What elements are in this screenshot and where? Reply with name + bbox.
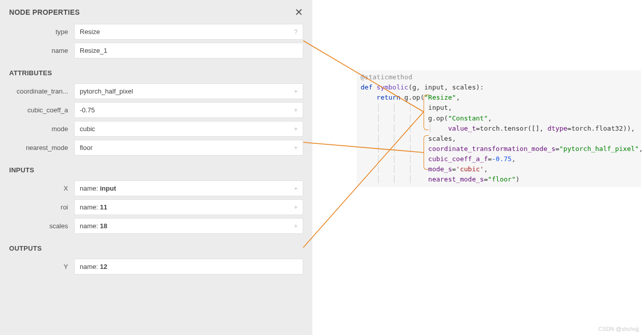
input-row-scales: scales name: 18 + [0,217,312,235]
input-label: scales [9,222,74,230]
input-field[interactable]: name: 11 + [74,199,303,215]
attr-value: cubic [80,125,95,133]
attr-label: cubic_coeff_a [9,106,74,114]
attr-value: -0.75 [80,106,95,114]
input-value: name: input [80,185,116,192]
inputs-title: INPUTS [0,157,312,179]
type-row: type Resize ? [0,22,312,41]
output-field[interactable]: name: 12 [74,259,303,275]
close-icon[interactable]: ✕ [295,7,303,17]
properties-panel: NODE PROPERTIES ✕ type Resize ? name Res… [0,0,312,335]
plus-icon[interactable]: + [294,185,298,192]
type-value: Resize [80,28,100,36]
plus-icon[interactable]: + [294,107,298,114]
output-row-y: Y name: 12 [0,257,312,276]
attr-row-coord: coordinate_tran... pytorch_half_pixel + [0,82,312,101]
input-row-x: X name: input + [0,179,312,198]
name-field[interactable]: Resize_1 [74,43,303,58]
help-icon[interactable]: ? [294,28,298,36]
attr-field[interactable]: -0.75 + [74,102,303,118]
plus-icon[interactable]: + [294,126,298,133]
input-row-roi: roi name: 11 + [0,198,312,217]
attr-field[interactable]: floor + [74,140,303,156]
input-field[interactable]: name: 18 + [74,218,303,234]
name-label: name [9,47,74,54]
name-row: name Resize_1 [0,41,312,60]
code-snippet: @staticmethod def symbolic(g, input, sca… [357,70,641,187]
attr-row-nearest: nearest_mode floor + [0,138,312,157]
attr-field[interactable]: cubic + [74,121,303,137]
bracket-annotation [424,95,429,130]
attr-label: coordinate_tran... [9,87,74,95]
panel-header: NODE PROPERTIES ✕ [0,0,312,22]
name-value: Resize_1 [80,47,107,54]
input-label: roi [9,203,74,211]
attr-value: floor [80,144,92,151]
attr-field[interactable]: pytorch_half_pixel + [74,83,303,99]
outputs-title: OUTPUTS [0,235,312,257]
type-field[interactable]: Resize ? [74,24,303,40]
bracket-annotation [424,135,429,170]
plus-icon[interactable]: + [294,144,298,151]
attr-label: mode [9,125,74,133]
input-field[interactable]: name: input + [74,180,303,196]
panel-title: NODE PROPERTIES [9,8,80,16]
watermark: CSDN @shchojj [598,326,639,332]
input-label: X [9,185,74,192]
output-label: Y [9,263,74,270]
attr-value: pytorch_half_pixel [80,87,133,95]
input-value: name: 18 [80,222,107,230]
output-value: name: 12 [80,263,107,270]
type-label: type [9,28,74,36]
plus-icon[interactable]: + [294,204,298,211]
attributes-title: ATTRIBUTES [0,60,312,82]
plus-icon[interactable]: + [294,88,298,95]
attr-row-mode: mode cubic + [0,119,312,138]
input-value: name: 11 [80,203,107,211]
attr-label: nearest_mode [9,144,74,151]
plus-icon[interactable]: + [294,223,298,230]
attr-row-cubic: cubic_coeff_a -0.75 + [0,101,312,119]
